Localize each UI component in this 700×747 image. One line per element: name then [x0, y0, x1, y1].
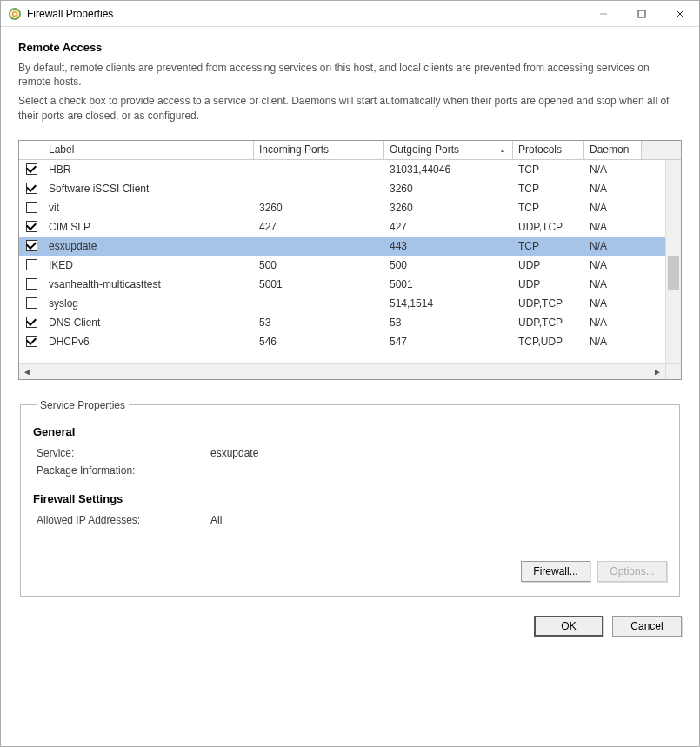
- row-checkbox-cell: [19, 259, 43, 270]
- row-outgoing-ports: 443: [384, 240, 513, 252]
- row-incoming-ports: 53: [254, 317, 384, 329]
- horizontal-scrollbar[interactable]: ◄ ►: [19, 363, 665, 379]
- firewall-button[interactable]: Firewall...: [521, 561, 590, 582]
- service-checkbox[interactable]: [26, 240, 37, 251]
- row-checkbox-cell: [19, 317, 43, 328]
- allowed-ip-value: All: [210, 514, 222, 526]
- row-outgoing-ports: 3260: [384, 183, 513, 195]
- table-row[interactable]: vit32603260TCPN/A: [19, 198, 665, 217]
- service-checkbox[interactable]: [26, 278, 37, 290]
- header-scroll-spacer: [642, 141, 681, 159]
- close-button[interactable]: [661, 1, 699, 27]
- table-row[interactable]: IKED500500UDPN/A: [19, 256, 665, 275]
- header-incoming-ports[interactable]: Incoming Ports: [254, 141, 384, 159]
- row-protocols: TCP,UDP: [513, 336, 584, 348]
- row-incoming-ports: 546: [254, 336, 384, 348]
- row-checkbox-cell: [19, 221, 43, 232]
- header-outgoing-ports[interactable]: Outgoing Ports ▴: [384, 141, 513, 159]
- table-header: Label Incoming Ports Outgoing Ports ▴ Pr…: [19, 141, 681, 160]
- service-checkbox[interactable]: [26, 259, 37, 270]
- service-checkbox[interactable]: [26, 336, 37, 347]
- row-daemon: N/A: [584, 336, 642, 348]
- row-incoming-ports: 3260: [254, 202, 384, 214]
- service-checkbox[interactable]: [26, 163, 37, 175]
- ok-button[interactable]: OK: [534, 616, 603, 637]
- row-incoming-ports: 5001: [254, 278, 384, 290]
- service-row: Service: esxupdate: [37, 447, 667, 459]
- svg-point-1: [13, 11, 17, 16]
- row-label: Software iSCSI Client: [43, 183, 254, 195]
- description-2: Select a check box to provide access to …: [18, 94, 682, 122]
- row-checkbox-cell: [19, 202, 43, 213]
- row-outgoing-ports: 547: [384, 336, 513, 348]
- service-checkbox[interactable]: [26, 183, 37, 194]
- scroll-left-icon[interactable]: ◄: [21, 367, 33, 377]
- scrollbar-thumb[interactable]: [668, 256, 679, 290]
- row-daemon: N/A: [584, 240, 642, 252]
- row-checkbox-cell: [19, 163, 43, 175]
- svg-point-0: [10, 9, 20, 19]
- row-outgoing-ports: 5001: [384, 278, 513, 290]
- table-row[interactable]: DNS Client5353UDP,TCPN/A: [19, 313, 665, 332]
- package-row: Package Information:: [37, 464, 667, 477]
- header-daemon[interactable]: Daemon: [584, 141, 642, 159]
- table-row[interactable]: HBR31031,44046TCPN/A: [19, 160, 665, 179]
- row-label: IKED: [43, 259, 254, 271]
- service-checkbox[interactable]: [26, 221, 37, 232]
- maximize-button[interactable]: [623, 1, 661, 27]
- service-checkbox[interactable]: [26, 202, 37, 213]
- section-heading: Remote Access: [18, 41, 682, 54]
- row-outgoing-ports: 3260: [384, 202, 513, 214]
- svg-rect-3: [638, 10, 645, 17]
- row-protocols: TCP: [513, 240, 584, 252]
- row-label: DHCPv6: [43, 336, 254, 348]
- vertical-scrollbar[interactable]: [665, 160, 681, 363]
- table-row[interactable]: CIM SLP427427UDP,TCPN/A: [19, 217, 665, 237]
- service-checkbox[interactable]: [26, 297, 37, 309]
- row-daemon: N/A: [584, 259, 642, 271]
- row-label: esxupdate: [43, 240, 254, 252]
- row-outgoing-ports: 53: [384, 317, 513, 329]
- cancel-button[interactable]: Cancel: [612, 616, 682, 637]
- header-protocols[interactable]: Protocols: [513, 141, 584, 159]
- table-row[interactable]: DHCPv6546547TCP,UDPN/A: [19, 332, 665, 351]
- window-title: Firewall Properties: [27, 8, 584, 20]
- table-row[interactable]: syslog514,1514UDP,TCPN/A: [19, 294, 665, 313]
- service-buttons: Firewall... Options...: [33, 561, 667, 582]
- row-label: DNS Client: [43, 317, 254, 329]
- row-daemon: N/A: [584, 297, 642, 310]
- header-label[interactable]: Label: [43, 141, 254, 159]
- row-label: vsanhealth-multicasttest: [43, 278, 254, 290]
- scroll-corner: [665, 363, 681, 379]
- service-properties-group: Service Properties General Service: esxu…: [20, 399, 680, 597]
- header-checkbox[interactable]: [19, 141, 43, 159]
- row-checkbox-cell: [19, 336, 43, 347]
- row-protocols: UDP,TCP: [513, 221, 584, 233]
- allowed-ip-label: Allowed IP Addresses:: [37, 514, 210, 526]
- row-protocols: UDP,TCP: [513, 297, 584, 310]
- row-outgoing-ports: 427: [384, 221, 513, 233]
- row-label: syslog: [43, 297, 254, 310]
- row-checkbox-cell: [19, 183, 43, 194]
- header-outgoing-label: Outgoing Ports: [390, 143, 459, 156]
- service-checkbox[interactable]: [26, 317, 37, 328]
- scroll-right-icon[interactable]: ►: [651, 367, 663, 377]
- title-bar: Firewall Properties: [1, 1, 699, 27]
- row-protocols: TCP: [513, 202, 584, 214]
- row-protocols: TCP: [513, 163, 584, 176]
- row-protocols: UDP,TCP: [513, 317, 584, 329]
- table-scroll-area: HBR31031,44046TCPN/ASoftware iSCSI Clien…: [19, 160, 681, 379]
- row-daemon: N/A: [584, 202, 642, 214]
- table-row[interactable]: Software iSCSI Client3260TCPN/A: [19, 179, 665, 198]
- options-button: Options...: [597, 561, 667, 582]
- row-daemon: N/A: [584, 278, 642, 290]
- row-outgoing-ports: 500: [384, 259, 513, 271]
- row-incoming-ports: 500: [254, 259, 384, 271]
- minimize-button[interactable]: [584, 1, 623, 27]
- table-row[interactable]: esxupdate443TCPN/A: [19, 237, 665, 256]
- row-protocols: UDP: [513, 259, 584, 271]
- table-row[interactable]: vsanhealth-multicasttest50015001UDPN/A: [19, 275, 665, 294]
- firewall-settings-heading: Firewall Settings: [33, 492, 667, 505]
- row-label: HBR: [43, 163, 254, 176]
- row-outgoing-ports: 514,1514: [384, 297, 513, 310]
